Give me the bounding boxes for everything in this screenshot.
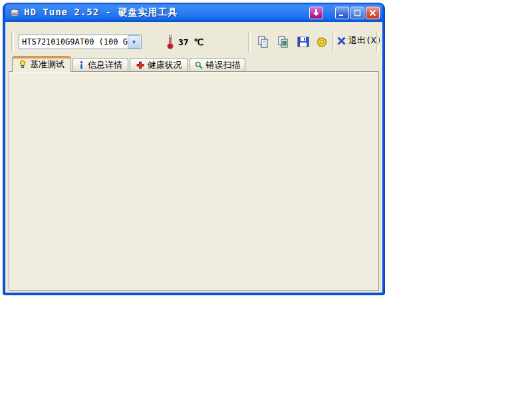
window-title: HD Tune 2.52 - 硬盘实用工具 [24, 7, 178, 19]
magnifier-icon [195, 61, 203, 69]
tab-benchmark[interactable]: 基准测试 [12, 56, 71, 72]
tab-label: 信息详情 [88, 59, 122, 71]
toolbar-separator [376, 32, 379, 52]
drive-select[interactable]: HTS721010G9AT00 (100 GB) ▼ [19, 35, 142, 49]
copy-text-button[interactable] [255, 33, 272, 51]
options-gear-icon [315, 35, 329, 49]
bulb-icon [19, 60, 27, 68]
hdtune-window: HD Tune 2.52 - 硬盘实用工具 [3, 3, 384, 295]
download-button[interactable] [309, 7, 323, 19]
copy-icon [257, 35, 270, 49]
down-arrow-icon [313, 9, 320, 17]
exit-button[interactable]: 退出(X) [336, 35, 381, 47]
temperature-value: 37 ℃ [178, 37, 203, 47]
copy-image-icon [277, 35, 290, 49]
maximize-button[interactable] [350, 7, 364, 19]
health-cross-icon [136, 61, 144, 69]
thermometer-icon [166, 34, 174, 50]
drive-select-value: HTS721010G9AT00 (100 GB) [19, 37, 128, 47]
close-icon [369, 9, 376, 17]
tab-info[interactable]: 信息详情 [72, 58, 128, 72]
minimize-icon [338, 9, 346, 17]
tab-label: 错误扫描 [206, 59, 241, 71]
copy-image-button[interactable] [275, 33, 292, 51]
temperature: 37 ℃ [166, 34, 203, 50]
info-icon [78, 61, 84, 69]
chevron-down-icon[interactable]: ▼ [128, 35, 140, 49]
tab-health[interactable]: 健康状况 [130, 58, 188, 72]
tab-label: 健康状况 [148, 59, 182, 71]
toolbar-separator [332, 32, 335, 52]
benchmark-panel [9, 71, 379, 291]
options-button[interactable] [313, 33, 331, 51]
save-button[interactable] [295, 33, 312, 51]
close-button[interactable] [366, 7, 380, 19]
app-icon [9, 7, 20, 18]
toolbar-separator [248, 32, 251, 52]
window-controls [309, 7, 380, 19]
tab-label: 基准测试 [30, 59, 65, 70]
exit-x-icon [336, 36, 346, 46]
minimize-button[interactable] [335, 7, 349, 19]
save-floppy-icon [297, 35, 310, 49]
tab-error-scan[interactable]: 错误扫描 [190, 58, 245, 72]
title-bar[interactable]: HD Tune 2.52 - 硬盘实用工具 [5, 3, 382, 22]
client-area: HTS721010G9AT00 (100 GB) ▼ 37 ℃ [5, 22, 382, 293]
toolbar-separator [11, 32, 14, 52]
maximize-icon [354, 9, 361, 17]
